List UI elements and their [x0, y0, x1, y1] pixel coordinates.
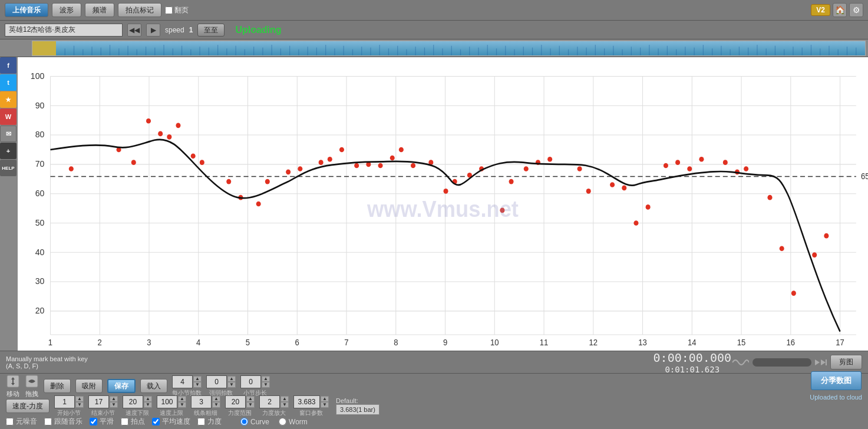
- v2-badge[interactable]: V2: [811, 4, 830, 16]
- svg-text:6: 6: [295, 338, 299, 348]
- waveform-button[interactable]: 波形: [52, 3, 81, 17]
- controls-row2: 速度-力度 ▲ ▼ 开始小节 ▲ ▼ 结束小节: [0, 398, 868, 414]
- avg-speed-label[interactable]: 平均速度: [152, 417, 190, 427]
- svg-text:15: 15: [737, 338, 746, 348]
- line-thickness-input[interactable]: [191, 395, 212, 408]
- flip-page-checkbox-label[interactable]: 翻页: [165, 5, 189, 15]
- smooth-checkbox[interactable]: [90, 418, 97, 425]
- upload-music-button[interactable]: 上传音乐: [5, 3, 48, 17]
- default-value: 3.683(1 bar): [336, 404, 379, 415]
- waveform-yellow-section: [32, 41, 56, 55]
- beat-strength-down[interactable]: ▼: [227, 382, 236, 388]
- speed-control-right: 剪图: [731, 355, 862, 369]
- speed-max-down[interactable]: ▼: [178, 402, 186, 408]
- song-name-input[interactable]: [5, 24, 123, 37]
- smooth-label[interactable]: 平滑: [90, 417, 114, 427]
- line-thickness-down[interactable]: ▼: [212, 402, 220, 408]
- force-range-group: ▲ ▼ 力度范围: [225, 395, 255, 417]
- load-button[interactable]: 载入: [140, 379, 167, 393]
- plus-button[interactable]: +: [0, 143, 16, 159]
- window-param-input[interactable]: [293, 395, 320, 408]
- force-magnify-up[interactable]: ▲: [280, 396, 289, 402]
- force-range-down[interactable]: ▼: [246, 402, 255, 408]
- speed-min-up[interactable]: ▲: [144, 396, 152, 402]
- spectrum-button[interactable]: 频谱: [85, 3, 114, 17]
- beat-point-label[interactable]: 拍点: [121, 417, 145, 427]
- fen-charts-button[interactable]: 分季数图: [811, 371, 862, 390]
- beat-mark-button[interactable]: 拍点标记: [118, 3, 161, 17]
- settings-button[interactable]: ⚙: [849, 3, 863, 17]
- weibo-button[interactable]: W: [0, 108, 16, 125]
- speed-max-up[interactable]: ▲: [178, 396, 186, 402]
- twitter-button[interactable]: t: [0, 74, 16, 91]
- absorb-button[interactable]: 吸附: [75, 379, 103, 393]
- start-bar-input[interactable]: [54, 395, 75, 408]
- start-bar-up[interactable]: ▲: [75, 396, 84, 402]
- speed-min-input[interactable]: [123, 395, 143, 408]
- svg-point-166: [390, 156, 395, 161]
- beats-per-bar-down[interactable]: ▼: [193, 382, 202, 388]
- worm-radio[interactable]: [279, 418, 286, 425]
- bar-step-up[interactable]: ▲: [262, 376, 270, 382]
- radio-group: Curve Worm: [240, 418, 308, 426]
- force-magnify-down[interactable]: ▼: [280, 402, 289, 408]
- speed-slider[interactable]: [753, 358, 811, 367]
- force-range-up[interactable]: ▲: [246, 396, 255, 402]
- flip-page-checkbox[interactable]: [165, 6, 173, 14]
- window-param-down[interactable]: ▼: [321, 402, 329, 408]
- waveform-area: [0, 39, 868, 57]
- svg-point-184: [646, 204, 651, 210]
- force-label[interactable]: 力度: [197, 417, 222, 427]
- follow-music-checkbox[interactable]: [44, 418, 52, 425]
- bar-step-input[interactable]: [240, 375, 261, 388]
- play-button[interactable]: ▶: [146, 24, 160, 37]
- save-button[interactable]: 保存: [107, 379, 136, 393]
- speed-max-input[interactable]: [157, 395, 177, 408]
- mail-button[interactable]: ✉: [0, 126, 16, 142]
- social-sidebar: f t ★ W ✉ + HELP: [0, 57, 18, 176]
- help-button[interactable]: HELP: [0, 160, 16, 176]
- force-range-input[interactable]: [225, 395, 246, 408]
- beat-strength-group: ▲ ▼ 强弱拍数: [206, 375, 236, 397]
- waveform-container[interactable]: [32, 41, 866, 56]
- confirm-button[interactable]: 至至: [197, 24, 225, 37]
- star-button[interactable]: ★: [0, 91, 16, 108]
- beat-point-checkbox[interactable]: [121, 418, 128, 425]
- no-noise-label[interactable]: 元噪音: [6, 417, 37, 427]
- end-bar-up[interactable]: ▲: [110, 396, 118, 402]
- home-button[interactable]: 🏠: [833, 3, 847, 17]
- end-bar-input[interactable]: [88, 395, 109, 408]
- bar-step-down[interactable]: ▼: [262, 382, 270, 388]
- force-checkbox[interactable]: [197, 418, 205, 425]
- facebook-button[interactable]: f: [0, 57, 16, 74]
- worm-radio-label[interactable]: Worm: [279, 418, 308, 426]
- line-thickness-up[interactable]: ▲: [212, 396, 220, 402]
- end-bar-down[interactable]: ▼: [110, 402, 118, 408]
- svg-point-161: [328, 157, 332, 162]
- follow-music-label[interactable]: 跟随音乐: [44, 417, 82, 427]
- beat-strength-input[interactable]: [206, 375, 227, 388]
- prev-button[interactable]: ◀◀: [127, 24, 141, 37]
- jian-tu-button[interactable]: 剪图: [830, 355, 862, 369]
- svg-marker-199: [821, 359, 826, 365]
- force-magnify-input[interactable]: [259, 395, 280, 408]
- beats-per-bar-up[interactable]: ▲: [193, 376, 202, 382]
- force-magnify-group: ▲ ▼ 力度放大: [259, 395, 289, 417]
- chart-canvas[interactable]: 100 90 80 70 60 50 40 30 20 1 2 3 4 5 6 …: [18, 57, 868, 351]
- avg-speed-checkbox[interactable]: [152, 418, 160, 425]
- speed-min-down[interactable]: ▼: [144, 402, 152, 408]
- speed-force-button[interactable]: 速度-力度: [6, 399, 49, 413]
- delete-button[interactable]: 删除: [44, 379, 71, 393]
- beat-strength-up[interactable]: ▲: [227, 376, 236, 382]
- waveform-blue-section[interactable]: [56, 41, 865, 55]
- curve-radio[interactable]: [240, 418, 248, 425]
- window-param-up[interactable]: ▲: [321, 396, 329, 402]
- wave-icon: [731, 357, 749, 368]
- svg-text:17: 17: [836, 338, 844, 348]
- svg-point-185: [664, 163, 668, 169]
- no-noise-checkbox[interactable]: [6, 418, 14, 425]
- curve-radio-label[interactable]: Curve: [240, 418, 269, 426]
- beats-per-bar-input[interactable]: [172, 375, 193, 388]
- svg-text:65.9: 65.9: [861, 171, 868, 181]
- start-bar-down[interactable]: ▼: [75, 402, 84, 408]
